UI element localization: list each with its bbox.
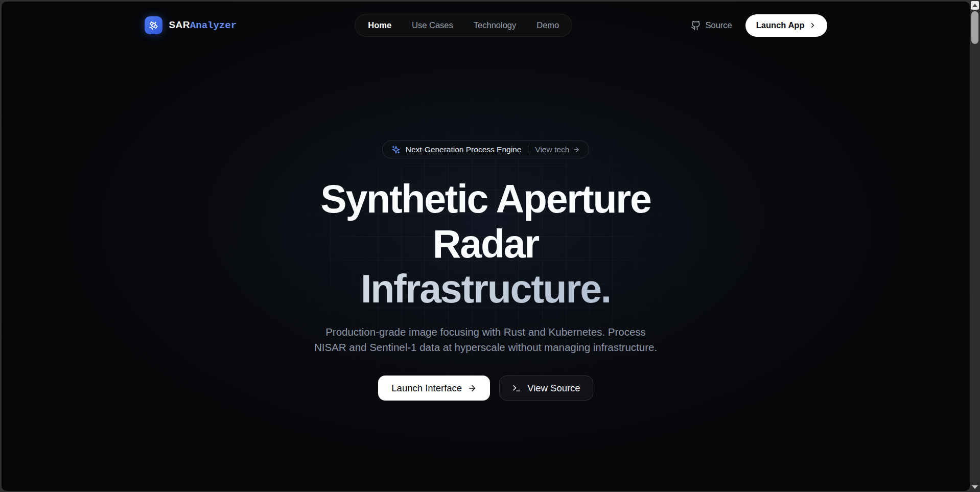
- scrollbar-down-button[interactable]: [971, 483, 979, 490]
- header-actions: Source Launch App: [691, 14, 827, 37]
- hero-subtitle-line1: Production-grade image focusing with Rus…: [325, 326, 646, 338]
- launch-app-button[interactable]: Launch App: [745, 14, 827, 37]
- brand-logo: [145, 16, 162, 34]
- page-viewport: SAR Analyzer Home Use Cases Technology D…: [2, 2, 970, 491]
- view-source-label: View Source: [527, 383, 580, 394]
- launch-interface-button[interactable]: Launch Interface: [378, 376, 490, 401]
- launch-interface-label: Launch Interface: [391, 383, 462, 394]
- site-header: SAR Analyzer Home Use Cases Technology D…: [2, 2, 970, 37]
- hero-subtitle-line2: NISAR and Sentinel-1 data at hyperscale …: [314, 341, 657, 353]
- scroll-down-arrow-icon: [972, 485, 978, 489]
- view-tech-link[interactable]: View tech: [535, 145, 580, 154]
- source-label: Source: [706, 20, 732, 30]
- scrollbar-up-button[interactable]: [971, 1, 979, 10]
- nav-item-demo[interactable]: Demo: [528, 16, 567, 35]
- github-icon: [691, 20, 701, 31]
- nav-item-use-cases[interactable]: Use Cases: [404, 16, 461, 35]
- chevron-right-icon: [809, 21, 816, 29]
- main-nav: Home Use Cases Technology Demo: [355, 14, 572, 37]
- hero-title: Synthetic Aperture Radar Infrastructure.: [2, 176, 970, 311]
- brand-name-primary: SAR: [169, 19, 190, 31]
- view-source-button[interactable]: View Source: [499, 376, 593, 401]
- hero-title-line1: Synthetic Aperture: [2, 176, 970, 221]
- scroll-up-arrow-icon: [972, 4, 977, 7]
- hero-title-line2: Radar: [2, 221, 970, 266]
- brand-name-secondary: Analyzer: [190, 20, 237, 31]
- hero-badge: Next-Generation Process Engine View tech: [382, 140, 590, 158]
- vertical-scrollbar[interactable]: [970, 0, 980, 492]
- window-frame: SAR Analyzer Home Use Cases Technology D…: [0, 0, 980, 492]
- cta-row: Launch Interface Vie: [2, 376, 970, 401]
- scrollbar-thumb[interactable]: [971, 11, 978, 44]
- source-link[interactable]: Source: [691, 20, 732, 31]
- arrow-right-icon: [573, 146, 580, 153]
- hero-title-line3: Infrastructure.: [2, 266, 970, 311]
- sparkles-icon: [391, 145, 401, 154]
- nav-item-technology[interactable]: Technology: [465, 16, 524, 35]
- badge-divider: [528, 146, 528, 153]
- view-tech-label: View tech: [535, 145, 569, 154]
- arrow-right-icon: [468, 384, 477, 393]
- brand[interactable]: SAR Analyzer: [145, 16, 237, 34]
- badge-label: Next-Generation Process Engine: [406, 145, 522, 154]
- terminal-icon: [512, 384, 521, 393]
- hero-section: Next-Generation Process Engine View tech…: [2, 37, 970, 401]
- satellite-icon: [148, 20, 158, 31]
- hero-subtitle: Production-grade image focusing with Rus…: [2, 324, 970, 355]
- launch-app-label: Launch App: [756, 20, 805, 30]
- brand-name: SAR Analyzer: [169, 19, 237, 31]
- nav-item-home[interactable]: Home: [360, 16, 400, 35]
